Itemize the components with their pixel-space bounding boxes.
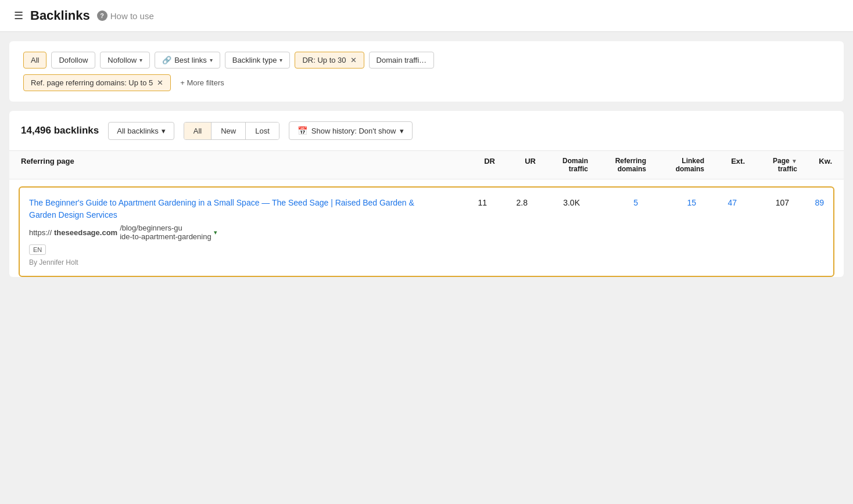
col-domain-traffic[interactable]: Domaintraffic	[536, 157, 588, 173]
col-page-traffic[interactable]: Page ▼traffic	[745, 157, 797, 173]
page-url: https://theseedsage.com/blog/beginners-g…	[29, 224, 440, 241]
chevron-down-icon: ▾	[139, 57, 142, 63]
page-traffic-value: 107	[737, 197, 789, 207]
filter-nofollow[interactable]: Nofollow ▾	[100, 52, 150, 69]
close-icon[interactable]: ✕	[350, 56, 357, 64]
all-backlinks-dropdown[interactable]: All backlinks ▾	[108, 122, 174, 140]
header: ☰ Backlinks ? How to use	[0, 0, 853, 32]
backlinks-count: 14,496 backlinks	[21, 125, 99, 136]
filter-backlink-type[interactable]: Backlink type ▾	[225, 52, 291, 69]
page-title: Backlinks	[30, 8, 90, 23]
url-domain: theseedsage.com	[54, 228, 117, 237]
col-kw[interactable]: Kw.	[797, 157, 832, 173]
filter-dofollow[interactable]: Dofollow	[51, 52, 95, 69]
main-section: 14,496 backlinks All backlinks ▾ All New…	[9, 111, 844, 277]
calendar-icon: 📅	[298, 126, 307, 135]
ext-value[interactable]: 47	[696, 197, 737, 207]
col-ur[interactable]: UR	[495, 157, 536, 173]
col-referring-domains[interactable]: Referringdomains	[588, 157, 646, 173]
filter-all[interactable]: All	[23, 52, 46, 69]
table-row: The Beginner's Guide to Apartment Garden…	[19, 186, 834, 277]
author: By Jennifer Holt	[29, 258, 440, 267]
chevron-down-icon: ▾	[210, 57, 213, 63]
col-linked-domains[interactable]: Linkeddomains	[646, 157, 704, 173]
table-controls: 14,496 backlinks All backlinks ▾ All New…	[9, 111, 844, 151]
url-prefix: https://	[29, 228, 52, 237]
close-icon[interactable]: ✕	[157, 78, 163, 87]
filters-section: All Dofollow Nofollow ▾ 🔗 Best links ▾ B…	[9, 41, 844, 102]
filter-best-links[interactable]: 🔗 Best links ▾	[155, 52, 220, 69]
chevron-down-icon: ▾	[279, 57, 282, 63]
kw-value[interactable]: 89	[789, 197, 824, 207]
row-grid: The Beginner's Guide to Apartment Garden…	[29, 197, 824, 267]
referring-page-cell: The Beginner's Guide to Apartment Garden…	[29, 197, 446, 267]
filter-ref-page-domains[interactable]: Ref. page referring domains: Up to 5 ✕	[23, 74, 171, 91]
col-referring-page: Referring page	[21, 157, 454, 173]
show-history-btn[interactable]: 📅 Show history: Don't show ▾	[289, 121, 413, 140]
filters-row-2: Ref. page referring domains: Up to 5 ✕ +…	[23, 74, 830, 91]
filter-dr[interactable]: DR: Up to 30 ✕	[295, 52, 364, 69]
menu-icon[interactable]: ☰	[14, 9, 23, 22]
how-to-use-label: How to use	[110, 11, 154, 21]
backlinks-tabs: All New Lost	[184, 122, 279, 140]
table-header: Referring page DR UR Domaintraffic Refer…	[9, 151, 844, 179]
chevron-down-icon: ▾	[400, 127, 404, 135]
url-dropdown-icon[interactable]: ▾	[214, 229, 217, 236]
more-filters-btn[interactable]: + More filters	[175, 75, 229, 91]
filters-row-1: All Dofollow Nofollow ▾ 🔗 Best links ▾ B…	[23, 52, 830, 69]
linked-domains-value[interactable]: 15	[638, 197, 696, 207]
domain-traffic-value: 3.0K	[528, 197, 580, 207]
referring-domains-value[interactable]: 5	[580, 197, 638, 207]
tab-new[interactable]: New	[212, 123, 246, 139]
lang-badge: EN	[29, 241, 440, 255]
dr-value: 11	[446, 197, 487, 207]
col-ext[interactable]: Ext.	[704, 157, 745, 173]
chevron-down-icon: ▾	[162, 127, 166, 135]
page-title-link[interactable]: The Beginner's Guide to Apartment Garden…	[29, 198, 414, 219]
how-to-use-link[interactable]: ? How to use	[97, 10, 154, 21]
ur-value: 2.8	[487, 197, 528, 207]
url-path: /blog/beginners-guide-to-apartment-garde…	[120, 224, 212, 241]
filter-domain-traffic[interactable]: Domain traffi…	[369, 52, 434, 69]
link-icon: 🔗	[162, 56, 171, 64]
col-dr[interactable]: DR	[454, 157, 495, 173]
tab-lost[interactable]: Lost	[246, 123, 279, 139]
help-icon: ?	[97, 10, 107, 21]
tab-all[interactable]: All	[184, 123, 212, 139]
